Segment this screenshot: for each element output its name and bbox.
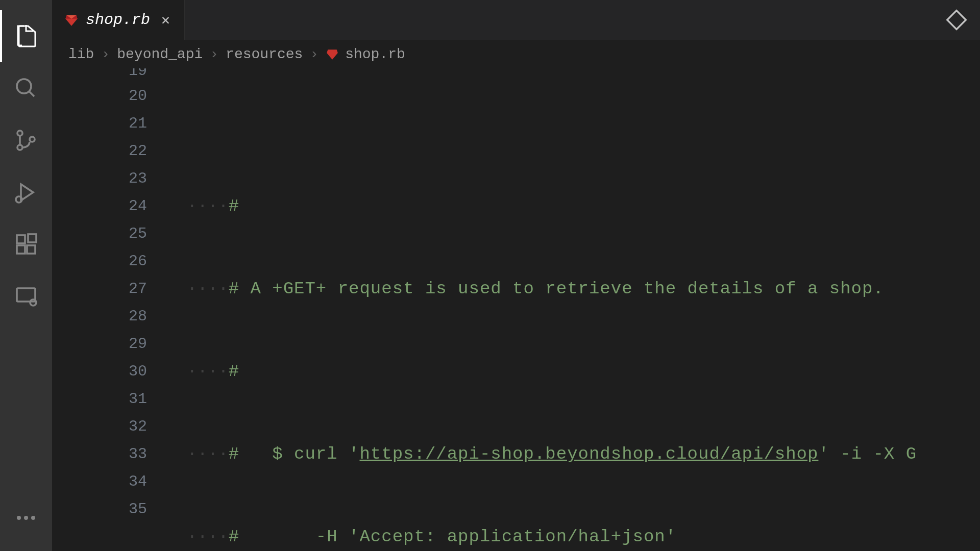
ruby-icon [64,13,79,27]
svg-rect-10 [28,234,36,242]
code-line[interactable]: ····# [159,192,980,220]
svg-rect-9 [27,245,35,254]
chevron-right-icon: › [210,46,218,62]
tab-actions [185,0,980,40]
svg-point-14 [24,516,28,520]
svg-line-1 [29,91,34,96]
explorer-icon[interactable] [0,10,52,62]
tab-filename: shop.rb [86,11,150,29]
source-control-icon[interactable] [0,114,52,166]
remote-icon[interactable] [0,270,52,322]
svg-point-3 [17,145,22,150]
code-content[interactable]: ····# ····# A +GET+ request is used to r… [159,68,980,551]
svg-point-2 [17,131,22,136]
debug-icon[interactable] [0,166,52,218]
code-line[interactable]: ····# $ curl 'https://api-shop.beyondsho… [159,440,980,468]
svg-rect-8 [17,245,25,254]
code-line[interactable]: ····# A +GET+ request is used to retriev… [159,275,980,303]
line-numbers: 19 20 21 22 23 24 25 26 27 28 29 30 31 3… [52,68,159,551]
chevron-right-icon: › [310,46,318,62]
breadcrumb-seg[interactable]: beyond_api [117,46,203,62]
svg-point-15 [31,516,35,520]
more-icon[interactable] [0,500,52,536]
chevron-right-icon: › [101,46,110,62]
svg-marker-20 [947,11,966,30]
svg-point-0 [17,79,31,93]
code-line[interactable]: ····# [159,358,980,385]
code-line[interactable]: ····# -H 'Accept: application/hal+json' [159,523,980,550]
diff-icon[interactable] [945,9,968,31]
tab-bar: shop.rb ✕ [52,0,980,40]
breadcrumb-file[interactable]: shop.rb [345,46,405,62]
activity-bar [0,0,52,551]
svg-point-12 [30,299,36,306]
breadcrumb[interactable]: lib › beyond_api › resources › shop.rb [52,40,980,68]
editor[interactable]: 19 20 21 22 23 24 25 26 27 28 29 30 31 3… [52,68,980,551]
search-icon[interactable] [0,62,52,114]
breadcrumb-seg[interactable]: lib [68,46,94,62]
svg-rect-7 [17,235,25,243]
extensions-icon[interactable] [0,218,52,270]
svg-point-4 [30,137,35,142]
tab-shop-rb[interactable]: shop.rb ✕ [52,0,185,40]
breadcrumb-seg[interactable]: resources [226,46,303,62]
main-area: shop.rb ✕ lib › beyond_api › resources ›… [52,0,980,551]
svg-point-13 [17,516,21,520]
close-icon[interactable]: ✕ [161,11,170,29]
svg-marker-5 [21,184,33,201]
ruby-icon [326,47,339,61]
svg-point-6 [16,196,22,203]
svg-marker-21 [327,49,338,60]
